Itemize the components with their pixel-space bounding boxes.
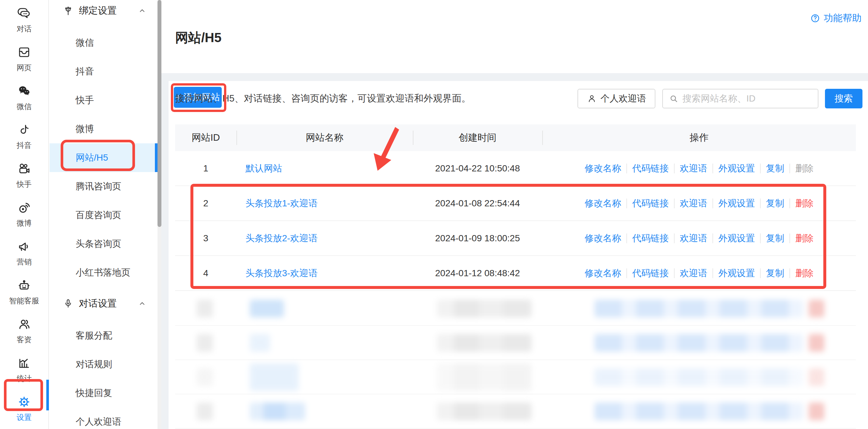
rail-item-webpage[interactable]: 网页 xyxy=(0,40,48,78)
delete-link[interactable]: 删除 xyxy=(795,232,813,245)
rail-item-wechat[interactable]: 微信 xyxy=(0,79,48,117)
appearance-link[interactable]: 外观设置 xyxy=(718,232,755,245)
delete-link[interactable]: 删除 xyxy=(795,267,813,280)
person-icon xyxy=(587,94,597,104)
copy-link[interactable]: 复制 xyxy=(766,197,784,209)
page-title: 网站/H5 xyxy=(175,29,221,47)
created-time: 2024-01-12 08:48:42 xyxy=(413,268,542,279)
rail-item-douyin[interactable]: 抖音 xyxy=(0,118,48,155)
row-actions: 修改名称 代码链接 欢迎语 外观设置 复制 删除 xyxy=(542,232,856,245)
divider xyxy=(712,233,713,243)
search-icon xyxy=(669,94,679,104)
settings-sidebar: 绑定设置 微信 抖音 快手 微博 网站/H5 腾讯咨询页 百度咨询页 头条咨询页… xyxy=(50,0,157,429)
website-name-link[interactable]: 默认网站 xyxy=(246,163,282,173)
welcome-msg-link[interactable]: 欢迎语 xyxy=(680,232,707,245)
rail-item-ai-service[interactable]: 智能客服 xyxy=(0,273,48,311)
sidebar-scrollbar-track xyxy=(157,0,161,429)
rail-item-label: 快手 xyxy=(17,179,32,189)
rail-item-kuaishou[interactable]: 快手 xyxy=(0,157,48,194)
redacted-row xyxy=(175,360,856,394)
welcome-msg-link[interactable]: 欢迎语 xyxy=(680,162,707,175)
sidebar-scrollbar-thumb[interactable] xyxy=(157,0,161,227)
sidebar-group-chat-settings[interactable]: 对话设置 xyxy=(50,293,157,314)
left-rail: 对话 网页 微信 抖音 快手 微博 营销 智能客服 xyxy=(0,0,49,429)
delete-link[interactable]: 删除 xyxy=(795,162,813,175)
chevron-up-icon[interactable] xyxy=(138,6,146,15)
code-link-link[interactable]: 代码链接 xyxy=(632,267,669,280)
rail-item-settings[interactable]: 设置 xyxy=(0,390,48,427)
sidebar-item-personal-welcome[interactable]: 个人欢迎语 xyxy=(50,407,157,429)
column-header-created-time: 创建时间 xyxy=(413,131,542,144)
help-link[interactable]: 功能帮助 xyxy=(810,12,862,25)
rename-link[interactable]: 修改名称 xyxy=(585,267,621,280)
sidebar-item-website-h5[interactable]: 网站/H5 xyxy=(50,143,157,172)
rail-item-marketing[interactable]: 营销 xyxy=(0,234,48,272)
website-name-link[interactable]: 头条投放3-欢迎语 xyxy=(246,268,318,278)
search-input[interactable] xyxy=(682,93,818,104)
chat-settings-items: 客服分配 对话规则 快捷回复 个人欢迎语 xyxy=(50,321,157,429)
sidebar-item-quick-replies[interactable]: 快捷回复 xyxy=(50,379,157,407)
copy-link[interactable]: 复制 xyxy=(766,232,784,245)
copy-link[interactable]: 复制 xyxy=(766,162,784,175)
divider xyxy=(760,268,761,278)
sidebar-group-binding[interactable]: 绑定设置 xyxy=(50,0,157,22)
mic-icon xyxy=(63,298,74,309)
code-link-link[interactable]: 代码链接 xyxy=(632,197,669,209)
sidebar-item-kuaishou[interactable]: 快手 xyxy=(50,86,157,115)
main-content: 网站/H5 功能帮助 接待网站、H5、对话链接、咨询页的访客，可设置欢迎语和外观… xyxy=(161,0,868,429)
delete-link[interactable]: 删除 xyxy=(795,197,813,209)
rail-item-label: 微信 xyxy=(17,102,32,112)
welcome-msg-link[interactable]: 欢迎语 xyxy=(680,267,707,280)
sidebar-item-weibo[interactable]: 微博 xyxy=(50,115,157,143)
appearance-link[interactable]: 外观设置 xyxy=(718,162,755,175)
website-id: 1 xyxy=(175,163,237,174)
bar-chart-icon xyxy=(17,356,31,371)
rename-link[interactable]: 修改名称 xyxy=(585,197,621,209)
rename-link[interactable]: 修改名称 xyxy=(585,162,621,175)
created-time: 2021-04-22 10:50:48 xyxy=(413,163,542,174)
video-camera-icon xyxy=(17,162,31,177)
sidebar-item-chat-rules[interactable]: 对话规则 xyxy=(50,350,157,379)
sidebar-item-douyin[interactable]: 抖音 xyxy=(50,57,157,86)
copy-link[interactable]: 复制 xyxy=(766,267,784,280)
gear-icon xyxy=(17,395,31,410)
page-header: 网站/H5 功能帮助 xyxy=(161,0,868,73)
divider xyxy=(760,164,761,173)
rail-active-indicator xyxy=(46,380,49,410)
plug-icon xyxy=(63,5,74,16)
appearance-link[interactable]: 外观设置 xyxy=(718,267,755,280)
question-circle-icon xyxy=(810,13,820,24)
rail-item-label: 设置 xyxy=(17,412,32,423)
sidebar-item-xiaohongshu-page[interactable]: 小红书落地页 xyxy=(50,258,157,287)
appearance-link[interactable]: 外观设置 xyxy=(718,197,755,209)
rail-item-leads[interactable]: 客资 xyxy=(0,312,48,350)
website-id: 2 xyxy=(175,198,237,209)
column-header-website-name: 网站名称 xyxy=(237,131,413,144)
chevron-up-icon[interactable] xyxy=(138,299,146,308)
table-row: 2 头条投放1-欢迎语 2024-01-08 22:54:44 修改名称 代码链… xyxy=(175,186,856,221)
megaphone-icon xyxy=(17,240,31,255)
sidebar-item-toutiao-page[interactable]: 头条咨询页 xyxy=(50,230,157,258)
divider xyxy=(674,268,675,278)
website-name-link[interactable]: 头条投放2-欢迎语 xyxy=(246,233,318,243)
code-link-link[interactable]: 代码链接 xyxy=(632,232,669,245)
divider xyxy=(626,233,627,243)
sidebar-item-tencent-page[interactable]: 腾讯咨询页 xyxy=(50,172,157,201)
sidebar-item-wechat[interactable]: 微信 xyxy=(50,28,157,57)
search-button[interactable]: 搜索 xyxy=(825,89,863,108)
divider xyxy=(712,164,713,173)
rail-item-stats[interactable]: 统计 xyxy=(0,351,48,389)
personal-welcome-button[interactable]: 个人欢迎语 xyxy=(578,89,655,108)
rename-link[interactable]: 修改名称 xyxy=(585,232,621,245)
divider xyxy=(789,164,790,173)
rail-item-weibo[interactable]: 微博 xyxy=(0,196,48,233)
sidebar-item-agent-assign[interactable]: 客服分配 xyxy=(50,321,157,350)
sidebar-group-label: 对话设置 xyxy=(79,297,117,310)
website-name-link[interactable]: 头条投放1-欢迎语 xyxy=(246,198,318,208)
welcome-msg-link[interactable]: 欢迎语 xyxy=(680,197,707,209)
rail-item-chat[interactable]: 对话 xyxy=(0,1,48,39)
column-header-actions: 操作 xyxy=(542,131,856,144)
redacted-row xyxy=(175,291,856,326)
sidebar-item-baidu-page[interactable]: 百度咨询页 xyxy=(50,201,157,230)
code-link-link[interactable]: 代码链接 xyxy=(632,162,669,175)
